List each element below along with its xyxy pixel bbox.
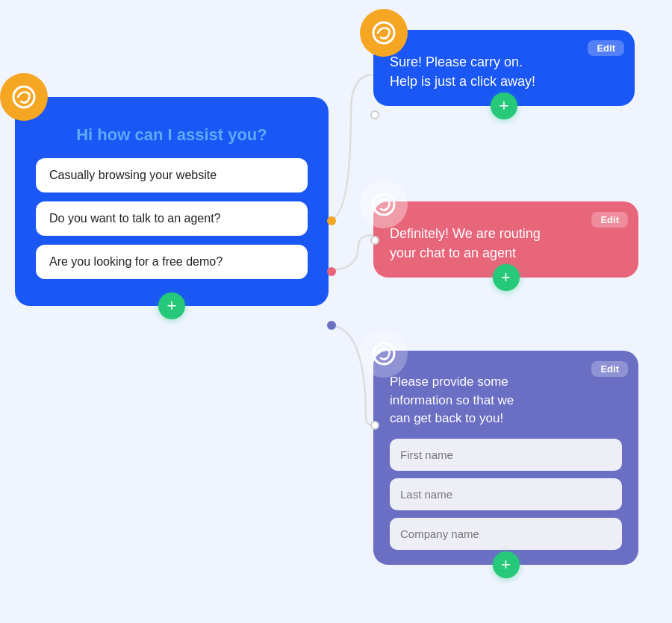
logo-icon-main [9, 82, 39, 112]
canvas: Hi how can I assist you? Casually browsi… [0, 0, 672, 623]
logo-icon-bottom-right [369, 339, 399, 369]
mid-right-edit-badge[interactable]: Edit [591, 212, 628, 228]
bottom-right-card-message: Please provide some information so that … [390, 373, 622, 428]
top-right-card: Edit Sure! Please carry on. Help is just… [373, 30, 635, 106]
main-card-logo [0, 73, 48, 121]
bottom-right-card-logo [360, 330, 408, 378]
svg-point-0 [13, 87, 34, 107]
first-name-input[interactable] [390, 439, 622, 471]
bottom-right-card: Edit Please provide some information so … [373, 351, 638, 565]
connector-dot-orange [327, 216, 336, 225]
option-btn-1[interactable]: Casually browsing your website [36, 158, 308, 192]
mid-right-card-add-button[interactable]: + [493, 264, 520, 291]
option-btn-3[interactable]: Are you looking for a free demo? [36, 245, 308, 279]
logo-icon-top-right [369, 18, 399, 48]
top-right-edit-badge[interactable]: Edit [588, 40, 624, 56]
top-right-card-message: Sure! Please carry on. Help is just a cl… [390, 52, 618, 91]
mid-right-card-logo [360, 181, 408, 228]
option-btn-2[interactable]: Do you want to talk to an agent? [36, 201, 308, 236]
main-card-greeting: Hi how can I assist you? [36, 125, 308, 145]
bottom-right-edit-badge[interactable]: Edit [591, 361, 628, 377]
connector-dot-purple [327, 321, 336, 330]
logo-icon-mid-right [369, 190, 399, 219]
bottom-right-card-add-button[interactable]: + [493, 551, 520, 578]
connector-dot-bottom-right [370, 421, 379, 430]
connector-dot-top-right [370, 110, 379, 119]
svg-point-3 [373, 343, 394, 364]
svg-point-2 [373, 194, 394, 215]
mid-right-card: Edit Definitely! We are routing your cha… [373, 201, 638, 278]
mid-right-card-message: Definitely! We are routing your chat to … [390, 224, 622, 263]
connector-dot-mid-right [370, 236, 379, 245]
connector-dot-pink [327, 267, 336, 276]
top-right-card-logo [360, 9, 408, 57]
company-name-input[interactable] [390, 518, 622, 550]
last-name-input[interactable] [390, 478, 622, 510]
main-card: Hi how can I assist you? Casually browsi… [15, 97, 329, 306]
svg-point-1 [373, 22, 394, 43]
top-right-card-add-button[interactable]: + [491, 93, 517, 119]
main-card-add-button[interactable]: + [158, 292, 185, 319]
